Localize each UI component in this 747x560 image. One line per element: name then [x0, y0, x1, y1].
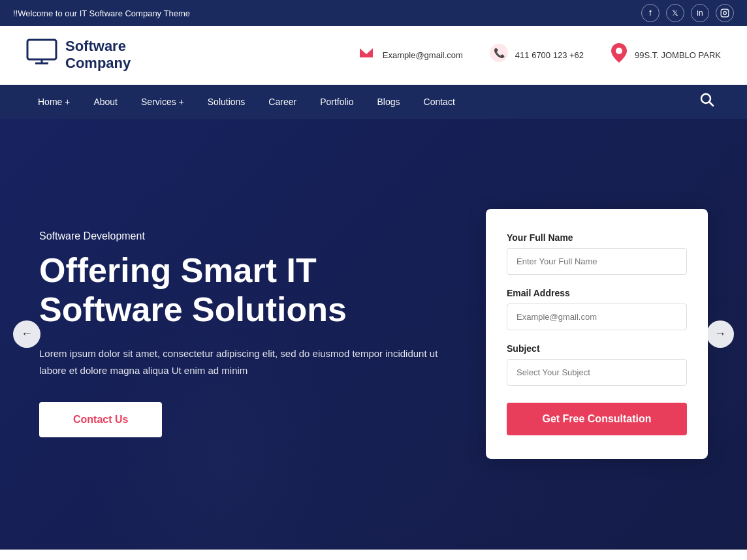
header-contacts: Example@gmail.com 📞 411 6700 123 +62 99S…: [357, 42, 721, 68]
email-icon: [357, 43, 376, 67]
nav-career[interactable]: Career: [257, 85, 308, 119]
linkedin-icon[interactable]: in: [691, 4, 709, 22]
get-consultation-button[interactable]: Get Free Consultation: [507, 403, 687, 435]
nav-contact[interactable]: Contact: [412, 85, 467, 119]
hero-title: Offering Smart IT Software Solutions: [39, 251, 460, 330]
location-contact: 99S.T. JOMBLO PARK: [610, 42, 721, 68]
nav-items: Home + About Services + Solutions Career…: [26, 85, 467, 119]
contact-us-button[interactable]: Contact Us: [39, 402, 162, 437]
logo-text: Software Company: [65, 38, 131, 72]
logo[interactable]: Software Company: [26, 38, 131, 72]
subject-group: Subject: [507, 343, 687, 386]
nav-about[interactable]: About: [82, 85, 129, 119]
email-label: Email Address: [507, 288, 687, 298]
nav-home[interactable]: Home +: [26, 85, 82, 119]
phone-text: 411 6700 123 +62: [515, 50, 584, 60]
full-name-input[interactable]: [507, 248, 687, 275]
hero-description: Lorem ipsum dolor sit amet, consectetur …: [39, 345, 460, 379]
phone-icon: 📞: [489, 43, 509, 67]
email-contact: Example@gmail.com: [357, 43, 463, 67]
email-group: Email Address: [507, 288, 687, 330]
svg-rect-0: [721, 9, 729, 17]
facebook-icon[interactable]: f: [641, 4, 660, 22]
header: Software Company Example@gmail.com 📞: [0, 26, 747, 85]
welcome-text: !!Welcome to our IT Software Company The…: [13, 8, 190, 18]
next-slide-button[interactable]: →: [707, 320, 734, 348]
full-name-group: Your Full Name: [507, 232, 687, 275]
top-bar: !!Welcome to our IT Software Company The…: [0, 0, 747, 26]
hero-text: Software Development Offering Smart IT S…: [39, 230, 486, 437]
email-text: Example@gmail.com: [383, 50, 463, 60]
svg-point-11: [616, 48, 622, 54]
social-icons-group: f 𝕏 in: [641, 4, 734, 22]
svg-point-1: [723, 12, 727, 15]
consultation-form-card: Your Full Name Email Address Subject Get…: [486, 209, 708, 459]
twitter-icon[interactable]: 𝕏: [666, 4, 684, 22]
svg-text:📞: 📞: [493, 48, 505, 59]
nav-portfolio[interactable]: Portfolio: [308, 85, 365, 119]
email-input[interactable]: [507, 303, 687, 330]
svg-line-13: [710, 102, 714, 106]
location-text: 99S.T. JOMBLO PARK: [635, 50, 721, 60]
prev-slide-button[interactable]: ←: [13, 320, 40, 348]
nav-blogs[interactable]: Blogs: [366, 85, 412, 119]
svg-rect-3: [27, 40, 56, 59]
full-name-label: Your Full Name: [507, 232, 687, 243]
location-icon: [610, 42, 628, 68]
svg-point-2: [727, 10, 727, 11]
hero-content: Software Development Offering Smart IT S…: [0, 119, 747, 550]
subject-input[interactable]: [507, 359, 687, 386]
instagram-icon[interactable]: [716, 4, 734, 22]
hero-subtitle: Software Development: [39, 230, 460, 242]
nav-services[interactable]: Services +: [129, 85, 196, 119]
subject-label: Subject: [507, 343, 687, 354]
phone-contact: 📞 411 6700 123 +62: [489, 43, 584, 67]
monitor-icon: [26, 39, 57, 72]
hero-section: ← → Software Development Offering Smart …: [0, 119, 747, 550]
nav-solutions[interactable]: Solutions: [196, 85, 257, 119]
navbar: Home + About Services + Solutions Career…: [0, 85, 747, 119]
search-icon[interactable]: [693, 86, 721, 117]
